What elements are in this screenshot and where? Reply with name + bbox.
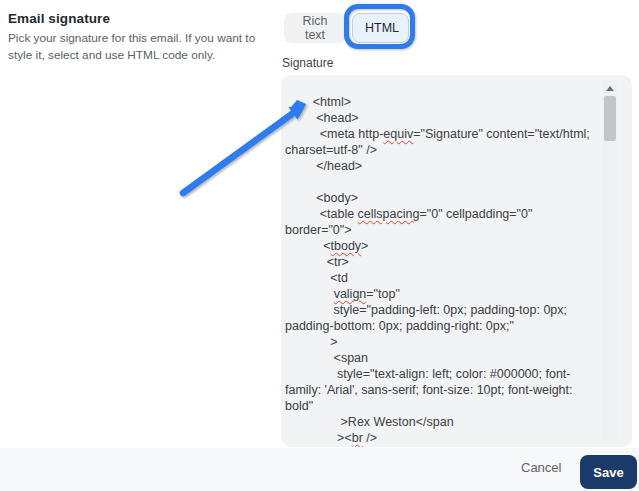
footer-bar: Cancel Save bbox=[0, 448, 639, 491]
cancel-button[interactable]: Cancel bbox=[521, 460, 561, 475]
signature-label: Signature bbox=[282, 56, 333, 70]
save-button[interactable]: Save bbox=[580, 455, 637, 489]
email-signature-panel: Email signature Pick your signature for … bbox=[0, 0, 639, 491]
html-tab[interactable]: HTML bbox=[352, 13, 409, 43]
rich-text-tab[interactable]: Rich text bbox=[284, 13, 346, 43]
left-panel: Email signature Pick your signature for … bbox=[8, 11, 270, 63]
signature-code-editor[interactable]: <html> <head> <meta http-equiv="Signatur… bbox=[281, 75, 632, 447]
scrollbar-track[interactable] bbox=[603, 80, 617, 442]
scrollbar-thumb[interactable] bbox=[604, 96, 616, 141]
page-description: Pick your signature for this email. If y… bbox=[8, 30, 266, 63]
page-title: Email signature bbox=[8, 11, 270, 26]
scroll-up-arrow-icon[interactable] bbox=[606, 86, 614, 91]
signature-code: <html> <head> <meta http-equiv="Signatur… bbox=[285, 94, 615, 446]
